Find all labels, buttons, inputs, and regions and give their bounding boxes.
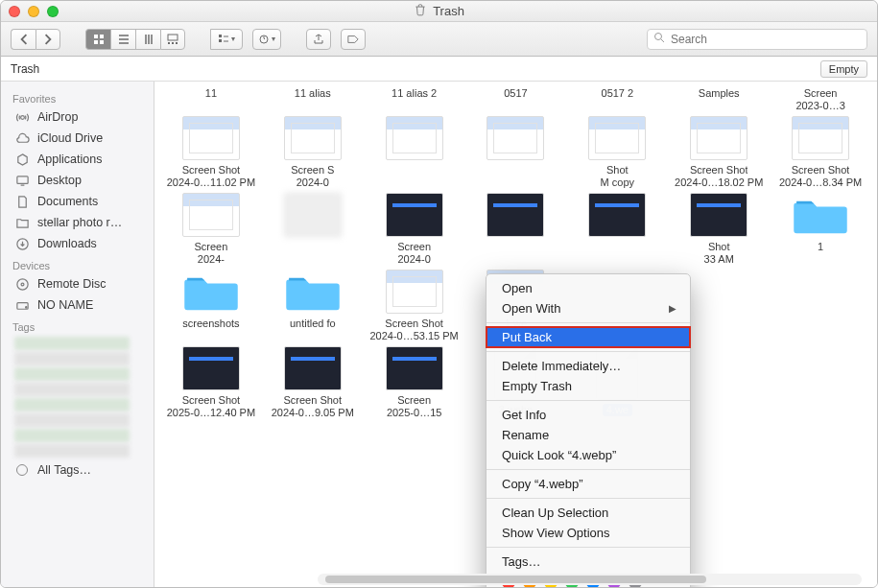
tags-button[interactable] xyxy=(341,29,366,50)
sidebar-item-desktop[interactable]: Desktop xyxy=(1,170,154,191)
file-item[interactable]: untitled fo xyxy=(264,270,362,342)
menu-item-tags-[interactable]: Tags… xyxy=(486,552,690,572)
file-item[interactable] xyxy=(366,116,463,189)
file-item[interactable] xyxy=(467,116,565,189)
file-name-line2: 2025-0…15 xyxy=(387,407,442,419)
sidebar-item-no-name[interactable]: NO NAME xyxy=(1,294,154,316)
file-name: Screen Shot xyxy=(385,318,443,330)
sidebar-item-airdrop[interactable]: AirDrop xyxy=(1,106,154,128)
file-item[interactable]: Screen Shot2024-0…9.05 PM xyxy=(264,346,362,419)
window-title-text: Trash xyxy=(433,4,464,18)
menu-item-empty-trash[interactable]: Empty Trash xyxy=(486,376,690,396)
sidebar-item-documents[interactable]: Documents xyxy=(1,191,154,212)
menu-item-label: Put Back xyxy=(502,330,552,344)
menu-item-open[interactable]: Open xyxy=(486,278,690,298)
sidebar-item-downloads[interactable]: Downloads xyxy=(1,233,154,254)
menu-item-get-info[interactable]: Get Info xyxy=(486,405,690,425)
content-area[interactable]: 1111 alias11 alias 205170517 2SamplesScr… xyxy=(154,82,877,588)
menu-item-rename[interactable]: Rename xyxy=(486,425,690,445)
file-item[interactable]: Screen Shot2024-0…8.34 PM xyxy=(771,116,869,189)
sidebar-item-stellar-photo-r-[interactable]: stellar photo r… xyxy=(1,212,154,233)
menu-item-put-back[interactable]: Put Back xyxy=(486,327,690,347)
file-item[interactable]: Screen2024-0 xyxy=(366,193,463,266)
menu-item-label: Delete Immediately… xyxy=(502,359,621,373)
file-name-line2: M copy xyxy=(601,176,634,189)
forward-button[interactable] xyxy=(36,29,60,50)
back-button[interactable] xyxy=(11,29,36,50)
sidebar-item-label: All Tags… xyxy=(37,463,91,477)
column-view-button[interactable] xyxy=(135,29,160,50)
search-input[interactable] xyxy=(671,33,861,46)
menu-item-copy-4-webp-[interactable]: Copy “4.webp” xyxy=(486,474,690,494)
menu-item-quick-look-4-webp-[interactable]: Quick Look “4.webp” xyxy=(486,445,690,465)
file-item[interactable]: Screen Shot2024-0…11.02 PM xyxy=(162,116,260,189)
file-item[interactable]: 11 xyxy=(162,87,260,112)
svg-rect-5 xyxy=(168,42,170,44)
toolbar: ▾ ▾ xyxy=(1,22,877,57)
menu-item-delete-immediately-[interactable]: Delete Immediately… xyxy=(486,356,690,376)
tag-item[interactable] xyxy=(14,413,130,427)
file-item[interactable]: 0517 2 xyxy=(568,87,666,112)
horizontal-scrollbar[interactable] xyxy=(318,574,862,585)
file-item[interactable]: Screen2023-0…3 xyxy=(771,87,869,112)
svg-point-18 xyxy=(25,306,26,307)
file-item[interactable]: 11 alias 2 xyxy=(366,87,463,112)
sidebar-item-applications[interactable]: Applications xyxy=(1,149,154,170)
menu-item-open-with[interactable]: Open With▶ xyxy=(486,298,690,318)
tag-item[interactable] xyxy=(14,398,130,412)
group-by-button[interactable]: ▾ xyxy=(210,29,243,50)
sidebar-all-tags[interactable]: All Tags… xyxy=(1,459,154,481)
empty-trash-button[interactable]: Empty xyxy=(820,60,867,78)
file-item[interactable] xyxy=(467,193,565,266)
minimize-window-button[interactable] xyxy=(28,6,39,17)
menu-item-clean-up-selection[interactable]: Clean Up Selection xyxy=(486,503,690,523)
zoom-window-button[interactable] xyxy=(47,6,59,17)
close-window-button[interactable] xyxy=(9,6,20,17)
file-thumbnail xyxy=(284,116,342,160)
file-thumbnail xyxy=(486,193,544,237)
list-view-button[interactable] xyxy=(110,29,135,50)
file-item[interactable]: 0517 xyxy=(467,87,565,112)
file-item[interactable]: Screen2024- xyxy=(162,193,260,266)
sidebar-item-icloud-drive[interactable]: iCloud Drive xyxy=(1,128,154,149)
share-button[interactable] xyxy=(306,29,331,50)
file-name: Screen Shot xyxy=(690,164,748,176)
all-tags-icon xyxy=(14,462,30,478)
icon-view-button[interactable] xyxy=(85,29,110,50)
file-item[interactable]: Screen Shot2024-0…18.02 PM xyxy=(670,116,768,189)
gallery-view-button[interactable] xyxy=(160,29,185,50)
file-name: 11 alias xyxy=(295,87,331,100)
tag-item[interactable] xyxy=(14,383,130,396)
file-item[interactable]: Screen Shot2025-0…12.40 PM xyxy=(162,346,260,419)
doc-icon xyxy=(14,194,30,209)
file-item[interactable]: 11 alias xyxy=(264,87,362,112)
sidebar-item-remote-disc[interactable]: Remote Disc xyxy=(1,273,154,294)
file-thumbnail xyxy=(690,116,747,160)
scrollbar-thumb[interactable] xyxy=(325,576,706,583)
file-item[interactable]: Screen Shot2024-0…53.15 PM xyxy=(366,270,463,342)
file-item[interactable]: Screen2025-0…15 xyxy=(366,346,463,419)
search-field[interactable] xyxy=(647,29,867,50)
action-menu-button[interactable]: ▾ xyxy=(252,29,281,50)
view-mode-segment xyxy=(85,29,185,50)
tag-item[interactable] xyxy=(14,444,130,458)
file-item[interactable] xyxy=(568,193,666,266)
file-thumbnail xyxy=(182,116,240,160)
file-thumbnail xyxy=(690,193,747,237)
file-name: Screen xyxy=(804,87,838,100)
file-item[interactable]: Screen S2024-0 xyxy=(264,116,362,189)
file-item[interactable]: screenshots xyxy=(162,270,260,342)
tag-item[interactable] xyxy=(14,337,130,350)
tag-item[interactable] xyxy=(14,352,130,365)
tag-item[interactable] xyxy=(14,429,130,442)
sidebar-item-label: iCloud Drive xyxy=(37,131,103,145)
file-item[interactable]: Samples xyxy=(670,87,768,112)
menu-item-show-view-options[interactable]: Show View Options xyxy=(486,523,690,543)
file-item[interactable]: Shot33 AM xyxy=(670,193,768,266)
file-item[interactable] xyxy=(264,193,362,266)
svg-rect-13 xyxy=(16,176,27,183)
tag-item[interactable] xyxy=(14,367,130,381)
file-item[interactable]: 1 xyxy=(771,193,869,266)
file-item[interactable]: ShotM copy xyxy=(568,116,666,189)
file-name: Screen Shot xyxy=(182,164,241,176)
